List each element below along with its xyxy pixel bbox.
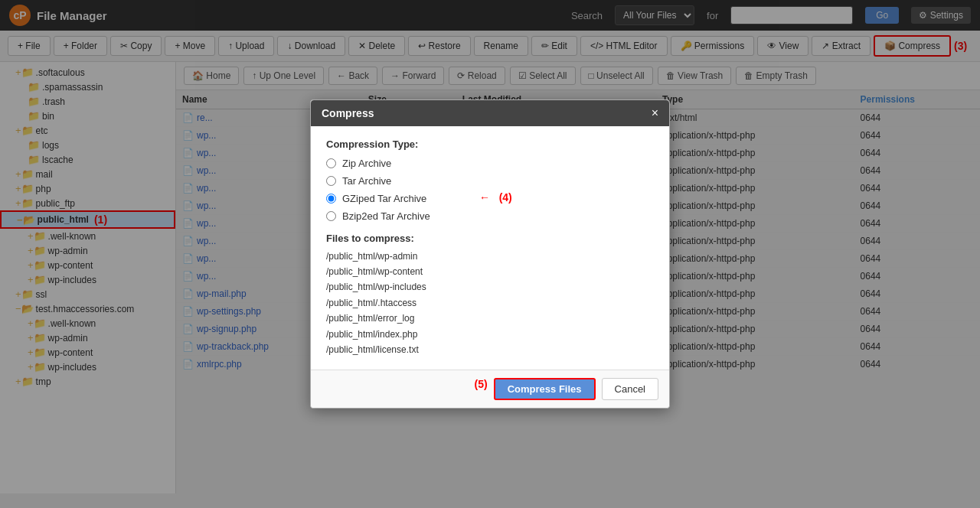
files-to-compress-label: Files to compress: xyxy=(326,233,654,244)
modal-footer: (5) Compress Files Cancel xyxy=(311,370,669,408)
gzip-arrow-annotation: ← (4) xyxy=(479,191,512,204)
compress-files-button[interactable]: Compress Files xyxy=(494,378,596,400)
file-item: /public_html/license.txt xyxy=(326,342,654,357)
radio-tar-input[interactable] xyxy=(326,176,336,186)
radio-gzip-label: GZiped Tar Archive xyxy=(342,193,426,204)
radio-bzip2-input[interactable] xyxy=(326,211,336,221)
compression-type-group: Zip Archive Tar Archive GZiped Tar Archi… xyxy=(326,158,654,222)
file-item: /public_html/index.php xyxy=(326,327,654,342)
modal-header: Compress × xyxy=(311,100,669,126)
compression-type-label: Compression Type: xyxy=(326,138,654,150)
radio-bzip2[interactable]: Bzip2ed Tar Archive xyxy=(326,210,654,222)
file-item: /public_html/error_log xyxy=(326,311,654,326)
file-item: /public_html/.htaccess xyxy=(326,295,654,311)
compress-files-annotation: (5) xyxy=(475,378,488,400)
compress-modal: Compress × Compression Type: Zip Archive… xyxy=(310,99,670,409)
file-item: /public_html/wp-content xyxy=(326,264,654,279)
modal-close-button[interactable]: × xyxy=(652,106,658,120)
radio-zip-label: Zip Archive xyxy=(342,158,391,169)
radio-bzip2-label: Bzip2ed Tar Archive xyxy=(342,210,430,222)
file-item: /public_html/wp-admin xyxy=(326,249,654,264)
files-list: /public_html/wp-admin /public_html/wp-co… xyxy=(326,249,654,358)
modal-body: Compression Type: Zip Archive Tar Archiv… xyxy=(311,126,669,370)
radio-zip[interactable]: Zip Archive xyxy=(326,158,654,169)
radio-zip-input[interactable] xyxy=(326,158,336,168)
radio-tar[interactable]: Tar Archive xyxy=(326,175,654,187)
radio-gzip[interactable]: GZiped Tar Archive ← (4) xyxy=(326,193,654,204)
radio-tar-label: Tar Archive xyxy=(342,175,391,187)
radio-gzip-input[interactable] xyxy=(326,194,336,204)
modal-overlay: Compress × Compression Type: Zip Archive… xyxy=(0,0,980,493)
cancel-button[interactable]: Cancel xyxy=(602,378,658,400)
file-item: /public_html/wp-includes xyxy=(326,279,654,295)
modal-title: Compress xyxy=(322,107,374,119)
